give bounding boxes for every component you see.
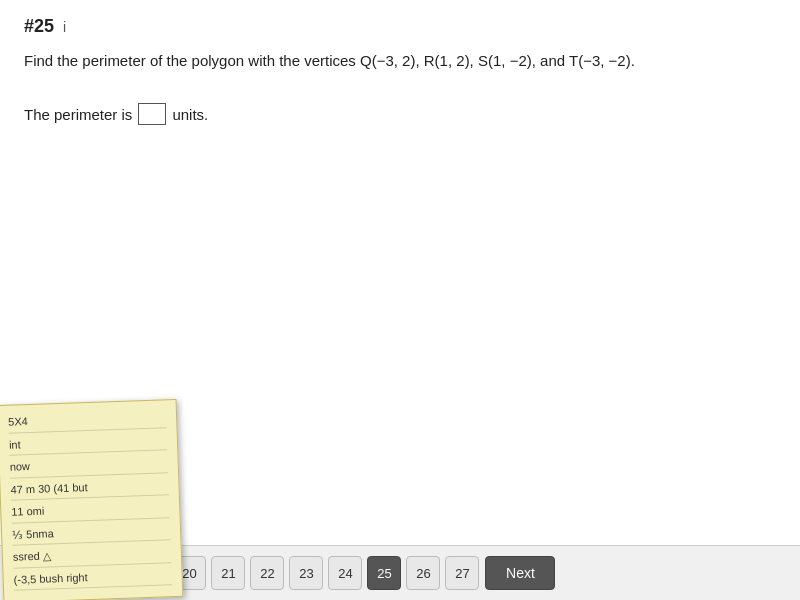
answer-line: The perimeter is units. — [24, 103, 776, 125]
page-btn-26[interactable]: 26 — [406, 556, 440, 590]
problem-number-text: #25 — [24, 16, 54, 36]
question-body: Find the perimeter of the polygon with t… — [24, 52, 635, 69]
info-icon[interactable]: i — [63, 19, 66, 35]
answer-input-box[interactable] — [138, 103, 166, 125]
page-btn-21[interactable]: 21 — [211, 556, 245, 590]
sticky-note-line-2: now — [9, 453, 168, 478]
answer-suffix: units. — [172, 106, 208, 123]
sticky-note-line-0: 5X4 — [8, 408, 167, 433]
problem-number: #25 i — [24, 16, 776, 37]
sticky-note-line-7: (-3,5 bush right — [13, 566, 172, 591]
sticky-note-line-1: int — [9, 431, 168, 456]
answer-prefix: The perimeter is — [24, 106, 132, 123]
page-btn-25[interactable]: 25 — [367, 556, 401, 590]
page-btn-23[interactable]: 23 — [289, 556, 323, 590]
sticky-note: 5X4intnow47 m 30 (41 but 11 omi⅓ 5nmassr… — [0, 399, 183, 600]
sticky-note-line-6: ssred △ — [13, 543, 172, 568]
page-btn-24[interactable]: 24 — [328, 556, 362, 590]
sticky-note-line-5: ⅓ 5nma — [12, 521, 171, 546]
question-text: Find the perimeter of the polygon with t… — [24, 49, 776, 73]
next-button[interactable]: Next — [485, 556, 555, 590]
pagination-bar: Previous 18192021222324252627 Next 5X4in… — [0, 545, 800, 600]
sticky-note-line-3: 47 m 30 (41 but — [10, 476, 169, 501]
sticky-note-line-4: 11 omi — [11, 498, 170, 523]
page-btn-27[interactable]: 27 — [445, 556, 479, 590]
page-btn-22[interactable]: 22 — [250, 556, 284, 590]
